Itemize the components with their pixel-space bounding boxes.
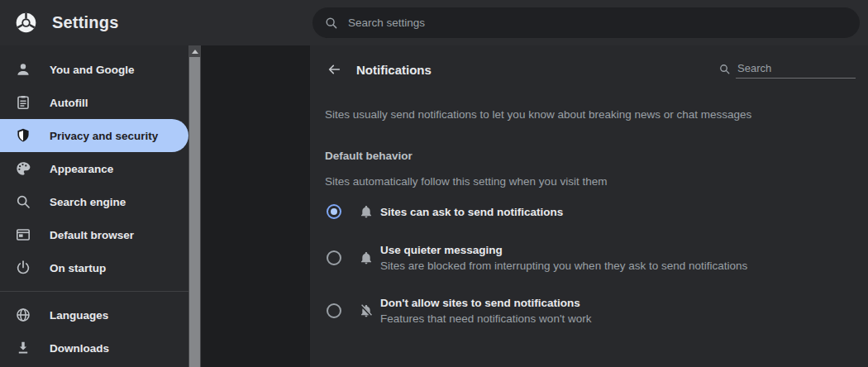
sidebar-divider xyxy=(0,291,188,292)
radio-option-quieter-messaging[interactable]: Use quieter messaging Sites are blocked … xyxy=(310,240,868,276)
search-icon xyxy=(15,193,31,210)
bell-icon xyxy=(359,204,374,219)
content-title: Notifications xyxy=(356,63,432,77)
sidebar-item-label: Search engine xyxy=(50,196,126,208)
sidebar-item-label: Appearance xyxy=(50,163,113,175)
scroll-up-arrow[interactable] xyxy=(188,45,201,57)
notifications-description: Sites usually send notifications to let … xyxy=(325,108,848,122)
bell-icon xyxy=(359,250,374,265)
radio-button[interactable] xyxy=(327,303,341,318)
sidebar-item-downloads[interactable]: Downloads xyxy=(0,331,188,365)
sidebar-item-label: Default browser xyxy=(50,229,134,241)
page-search-input[interactable] xyxy=(736,60,856,79)
page-search-field[interactable] xyxy=(718,60,856,79)
sidebar-item-privacy-and-security[interactable]: Privacy and security xyxy=(0,119,188,152)
sidebar-item-label: Autofill xyxy=(50,97,88,109)
option-title: Don't allow sites to send notifications xyxy=(380,296,591,310)
sidebar-item-you-and-google[interactable]: You and Google xyxy=(0,53,188,86)
bell-off-icon xyxy=(359,303,374,318)
chrome-logo-icon xyxy=(15,12,37,34)
default-behavior-label: Default behavior xyxy=(325,150,868,163)
shield-icon xyxy=(15,127,31,144)
download-icon xyxy=(15,340,31,356)
browser-icon xyxy=(15,226,31,243)
globe-icon xyxy=(15,307,31,323)
notifications-panel: Notifications Sites usually send notific… xyxy=(310,45,868,367)
sidebar-item-autofill[interactable]: Autofill xyxy=(0,86,188,119)
sidebar-item-languages[interactable]: Languages xyxy=(0,298,188,331)
sidebar-item-label: You and Google xyxy=(50,64,135,76)
scrollbar-thumb[interactable] xyxy=(189,57,200,367)
power-icon xyxy=(15,260,31,276)
sidebar-item-label: Privacy and security xyxy=(50,130,158,142)
settings-sidebar: You and Google Autofill Privacy and secu… xyxy=(0,45,188,367)
sidebar-item-search-engine[interactable]: Search engine xyxy=(0,185,188,218)
search-icon xyxy=(324,16,338,30)
app-header: Settings xyxy=(0,0,868,45)
sidebar-item-on-startup[interactable]: On startup xyxy=(0,251,188,284)
autofill-icon xyxy=(15,94,31,111)
radio-option-dont-allow[interactable]: Don't allow sites to send notifications … xyxy=(310,293,868,329)
search-settings-input[interactable] xyxy=(348,17,860,29)
sidebar-item-appearance[interactable]: Appearance xyxy=(0,152,188,185)
option-subtitle: Sites are blocked from interrupting you … xyxy=(380,259,747,273)
option-subtitle: Features that need notifications won't w… xyxy=(380,312,591,326)
sidebar-item-label: On startup xyxy=(50,262,106,274)
option-title: Use quieter messaging xyxy=(380,243,747,257)
sidebar-item-label: Languages xyxy=(50,309,108,322)
person-icon xyxy=(15,61,31,78)
radio-button[interactable] xyxy=(327,250,341,265)
radio-option-sites-can-ask[interactable]: Sites can ask to send notifications xyxy=(310,202,868,222)
back-arrow-icon[interactable] xyxy=(327,62,341,77)
default-behavior-subtitle: Sites automatically follow this setting … xyxy=(325,175,868,188)
sidebar-item-default-browser[interactable]: Default browser xyxy=(0,218,188,251)
page-title: Settings xyxy=(52,13,119,32)
content-header: Notifications xyxy=(310,45,868,93)
settings-search-bar[interactable] xyxy=(312,7,860,38)
scrollbar[interactable] xyxy=(188,45,201,367)
radio-button-selected[interactable] xyxy=(327,204,341,219)
sidebar-item-label: Downloads xyxy=(50,342,109,355)
palette-icon xyxy=(15,160,31,177)
search-icon xyxy=(718,63,731,75)
option-title: Sites can ask to send notifications xyxy=(380,205,563,219)
